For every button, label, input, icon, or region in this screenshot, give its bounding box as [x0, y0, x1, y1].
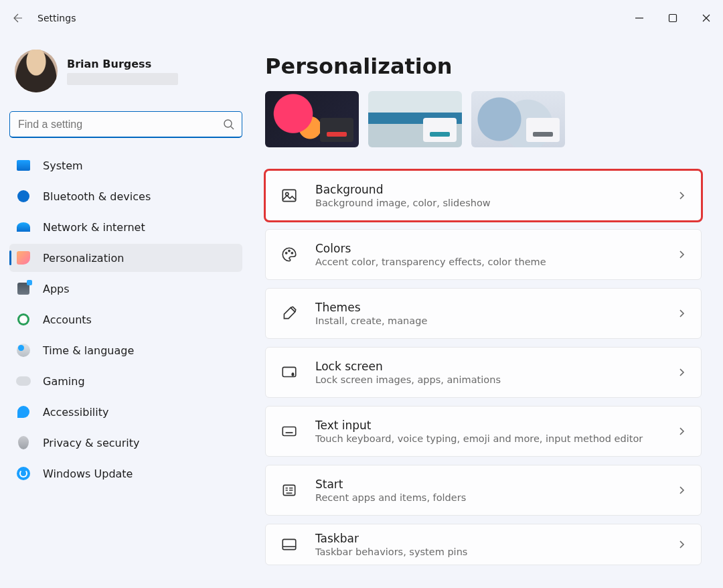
theme-preview-3[interactable]	[471, 91, 565, 147]
card-title: Lock screen	[315, 360, 501, 373]
nav-accounts[interactable]: Accounts	[9, 305, 242, 334]
monitor-icon	[16, 158, 31, 173]
svg-rect-0	[669, 15, 677, 22]
avatar	[15, 50, 58, 92]
back-button[interactable]	[4, 5, 31, 31]
apps-icon	[16, 281, 31, 296]
chevron-right-icon	[677, 309, 686, 318]
svg-rect-11	[283, 539, 296, 549]
nav-apps[interactable]: Apps	[9, 275, 242, 303]
theme-taskbar-chip	[423, 118, 457, 142]
bluetooth-icon	[16, 189, 31, 204]
clock-globe-icon	[16, 343, 31, 358]
theme-preview-1[interactable]	[265, 91, 359, 147]
title-bar: Settings	[0, 0, 723, 36]
chevron-right-icon	[677, 250, 686, 259]
profile-block[interactable]: Brian Burgess	[9, 40, 242, 106]
card-title: Taskbar	[315, 532, 467, 545]
card-colors[interactable]: Colors Accent color, transparency effect…	[265, 229, 702, 280]
card-themes[interactable]: Themes Install, create, manage	[265, 288, 702, 339]
window-controls	[623, 5, 723, 31]
search-box[interactable]	[9, 111, 242, 138]
svg-point-1	[224, 120, 232, 127]
chevron-right-icon	[677, 486, 686, 495]
nav-label: Windows Update	[43, 467, 133, 480]
card-subtitle: Touch keyboard, voice typing, emoji and …	[315, 433, 643, 444]
svg-point-6	[291, 252, 293, 254]
update-icon	[16, 466, 31, 481]
search-icon	[223, 119, 235, 131]
page-heading: Personalization	[265, 54, 702, 79]
picture-icon	[280, 187, 298, 204]
gamepad-icon	[16, 374, 31, 388]
theme-taskbar-chip	[320, 118, 353, 142]
wifi-icon	[16, 220, 31, 234]
maximize-button[interactable]	[656, 5, 690, 31]
nav-bluetooth[interactable]: Bluetooth & devices	[9, 182, 242, 210]
card-subtitle: Accent color, transparency effects, colo…	[315, 256, 546, 267]
card-title: Start	[315, 477, 466, 491]
nav-label: Accounts	[43, 313, 92, 326]
window-title: Settings	[37, 13, 76, 23]
card-textinput[interactable]: Text input Touch keyboard, voice typing,…	[265, 406, 702, 457]
card-subtitle: Install, create, manage	[315, 315, 427, 326]
brush-icon	[16, 250, 31, 265]
chevron-right-icon	[677, 368, 686, 377]
card-title: Themes	[315, 301, 427, 314]
search-input[interactable]	[17, 118, 223, 131]
brush-outline-icon	[280, 305, 298, 322]
taskbar-icon	[280, 536, 298, 553]
accessibility-icon	[16, 405, 31, 419]
nav-label: Accessibility	[43, 406, 108, 419]
shield-icon	[16, 435, 31, 450]
nav-label: Time & language	[43, 344, 134, 357]
theme-taskbar-chip	[526, 118, 560, 142]
nav-privacy[interactable]: Privacy & security	[9, 429, 242, 457]
nav-label: Privacy & security	[43, 437, 139, 449]
keyboard-icon	[280, 423, 298, 440]
nav-label: Personalization	[43, 252, 124, 265]
svg-point-5	[289, 250, 290, 252]
settings-card-list: Background Background image, color, slid…	[265, 170, 702, 565]
card-subtitle: Background image, color, slideshow	[315, 198, 491, 208]
profile-name: Brian Burgess	[67, 58, 178, 70]
card-subtitle: Taskbar behaviors, system pins	[315, 546, 467, 557]
start-icon	[280, 482, 298, 499]
card-taskbar[interactable]: Taskbar Taskbar behaviors, system pins	[265, 524, 702, 565]
chevron-right-icon	[677, 427, 686, 436]
nav-label: Gaming	[43, 375, 85, 388]
nav-accessibility[interactable]: Accessibility	[9, 398, 242, 426]
palette-icon	[280, 246, 298, 263]
nav-network[interactable]: Network & internet	[9, 213, 242, 241]
nav-label: Network & internet	[43, 221, 145, 234]
card-subtitle: Lock screen images, apps, animations	[315, 374, 501, 385]
nav-label: System	[43, 159, 83, 172]
card-title: Background	[315, 183, 491, 196]
nav-label: Apps	[43, 283, 70, 295]
card-subtitle: Recent apps and items, folders	[315, 492, 466, 503]
card-background[interactable]: Background Background image, color, slid…	[265, 170, 702, 221]
theme-preview-2[interactable]	[368, 91, 462, 147]
card-start[interactable]: Start Recent apps and items, folders	[265, 465, 702, 516]
svg-rect-9	[283, 427, 296, 436]
card-title: Colors	[315, 242, 546, 255]
svg-point-4	[286, 252, 287, 254]
chevron-right-icon	[677, 540, 686, 549]
nav-label: Bluetooth & devices	[43, 190, 151, 203]
close-button[interactable]	[690, 5, 723, 31]
nav-personalization[interactable]: Personalization	[9, 244, 242, 272]
theme-previews	[265, 91, 702, 147]
nav-system[interactable]: System	[9, 151, 242, 179]
card-lockscreen[interactable]: Lock screen Lock screen images, apps, an…	[265, 347, 702, 398]
sidebar: Brian Burgess System Bluetooth & devices…	[0, 36, 252, 588]
profile-email-redacted	[67, 73, 178, 85]
lockscreen-icon	[280, 364, 298, 381]
nav-update[interactable]: Windows Update	[9, 459, 242, 488]
card-title: Text input	[315, 419, 643, 432]
nav-time[interactable]: Time & language	[9, 336, 242, 364]
chevron-right-icon	[677, 191, 686, 200]
minimize-button[interactable]	[623, 5, 656, 31]
person-icon	[16, 312, 31, 327]
svg-rect-2	[283, 190, 296, 201]
nav-gaming[interactable]: Gaming	[9, 367, 242, 395]
